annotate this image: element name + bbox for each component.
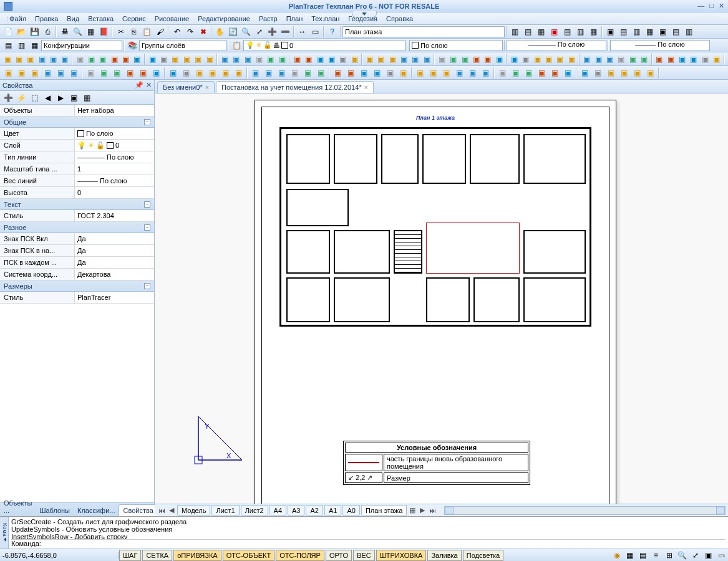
draw-tool-38[interactable]: ▣ <box>460 54 470 65</box>
draw-tool-10[interactable]: ▣ <box>120 54 130 65</box>
plan-tool-27[interactable]: ▣ <box>371 67 383 79</box>
status-Заливка[interactable]: Заливка <box>427 550 461 561</box>
menu-Справка[interactable]: Справка <box>382 14 417 24</box>
prop-ltype[interactable]: ———— По слою <box>75 153 154 161</box>
status-icon-3[interactable]: ▤ <box>637 550 649 561</box>
draw-tool-12[interactable]: ▣ <box>147 54 157 65</box>
plan-tool-42[interactable]: ▣ <box>579 67 591 79</box>
section-general[interactable]: Общие− <box>0 117 154 128</box>
status-icon-7[interactable]: ⤢ <box>689 550 701 561</box>
plan-tool-14[interactable]: ▣ <box>193 67 205 79</box>
color-combo[interactable]: По слою <box>409 40 503 51</box>
plan-tool-21[interactable]: ▣ <box>289 67 301 79</box>
prop-color[interactable]: По слою <box>75 130 154 137</box>
plan-tool-17[interactable]: ▣ <box>233 67 245 79</box>
plan-tool-25[interactable]: ▣ <box>345 67 357 79</box>
layout-tab[interactable]: Лист2 <box>241 505 268 516</box>
draw-tool-40[interactable]: ▣ <box>483 54 493 65</box>
plan-tool-34[interactable]: ▣ <box>467 67 478 79</box>
draw-tool-11[interactable]: ▣ <box>132 54 142 65</box>
draw-tool-16[interactable]: ▣ <box>193 54 203 65</box>
draw-tool-46[interactable]: ▣ <box>555 54 565 65</box>
tp14-icon[interactable]: ▥ <box>683 26 695 37</box>
layout-tabs[interactable]: ⏮ ◀ МодельЛист1Лист2A4A3A2A1A0План этажа… <box>155 504 728 516</box>
delete-icon[interactable]: ✖ <box>197 26 209 37</box>
layout-tab[interactable]: A3 <box>288 505 304 516</box>
pfilt-icon[interactable]: ▦ <box>81 92 93 103</box>
draw-tool-43[interactable]: ▣ <box>521 54 531 65</box>
lg-icon[interactable]: 📚 <box>127 40 138 51</box>
draw-tool-58[interactable]: ▣ <box>700 54 710 65</box>
save-icon[interactable]: 💾 <box>29 26 41 37</box>
menu-План[interactable]: План <box>283 14 307 24</box>
pdf-icon[interactable]: 📕 <box>98 26 110 37</box>
tab-prev-icon[interactable]: ◀ <box>167 506 176 514</box>
status-оПРИВЯЗКА[interactable]: оПРИВЯЗКА <box>173 550 221 561</box>
undo-icon[interactable]: ↶ <box>171 26 183 37</box>
draw-tool-21[interactable]: ▣ <box>254 54 264 65</box>
draw-tool-37[interactable]: ▣ <box>449 54 459 65</box>
draw-tool-27[interactable]: ▣ <box>326 54 336 65</box>
draw-tool-4[interactable]: ▣ <box>48 54 58 65</box>
tp9-icon[interactable]: ▤ <box>618 26 629 37</box>
plan-tool-19[interactable]: ▣ <box>263 67 274 79</box>
status-ОТС-ОБЪЕКТ[interactable]: ОТС-ОБЪЕКТ <box>223 550 274 561</box>
tab-add-icon[interactable]: ▦ <box>408 506 417 514</box>
redo-icon[interactable]: ↷ <box>184 26 196 37</box>
plan-tool-6[interactable]: ▣ <box>85 67 97 79</box>
plan-tool-33[interactable]: ▣ <box>454 67 465 79</box>
h-scrollbar[interactable] <box>444 506 726 515</box>
draw-tool-41[interactable]: ▣ <box>494 54 504 65</box>
draw-tool-32[interactable]: ▣ <box>387 54 397 65</box>
tp3-icon[interactable]: ▦ <box>535 26 547 37</box>
draw-tool-31[interactable]: ▣ <box>376 54 386 65</box>
status-ВЕС[interactable]: ВЕС <box>353 550 375 561</box>
prop-layer[interactable]: 💡☀🔓0 <box>75 141 154 150</box>
draw-tool-7[interactable]: ▣ <box>86 54 96 65</box>
close-tab-icon[interactable]: × <box>205 84 209 91</box>
draw-tool-13[interactable]: ▣ <box>158 54 168 65</box>
draw-tool-23[interactable]: ▣ <box>277 54 287 65</box>
draw-tool-56[interactable]: ▣ <box>677 54 687 65</box>
draw-tool-51[interactable]: ▣ <box>616 54 626 65</box>
draw-tool-24[interactable]: ▣ <box>292 54 302 65</box>
draw-tool-45[interactable]: ▣ <box>543 54 553 65</box>
plan-tool-45[interactable]: ▣ <box>618 67 630 79</box>
document-tabs[interactable]: Без имени0*×Постановка на учет помещения… <box>155 80 728 94</box>
draw-tool-8[interactable]: ▣ <box>98 54 108 65</box>
tp12-icon[interactable]: ▣ <box>657 26 669 37</box>
doc-tab[interactable]: Без имени0*× <box>157 81 215 93</box>
layergroups-combo[interactable] <box>139 40 226 51</box>
draw-tool-55[interactable]: ▣ <box>666 54 676 65</box>
new-icon[interactable]: 📄 <box>2 26 14 37</box>
menu-Сервис[interactable]: Сервис <box>119 14 150 24</box>
draw-tool-48[interactable]: ▣ <box>582 54 592 65</box>
draw-tool-26[interactable]: ▣ <box>315 54 325 65</box>
tp10-icon[interactable]: ▥ <box>631 26 643 37</box>
prop-height[interactable]: 0 <box>75 189 154 196</box>
left-tab[interactable]: Классифи... <box>74 505 119 516</box>
panel-pin-icon[interactable]: 📌 <box>135 81 143 89</box>
draw-tool-20[interactable]: ▣ <box>243 54 253 65</box>
prop-coord-system[interactable]: Декартова <box>75 271 154 278</box>
status-ШАГ[interactable]: ШАГ <box>119 550 141 561</box>
draw-tool-0[interactable]: ▣ <box>2 54 12 65</box>
plan-tool-0[interactable]: ▣ <box>2 67 14 79</box>
zoomout-icon[interactable]: ➖ <box>279 26 291 37</box>
status-СЕТКА[interactable]: СЕТКА <box>142 550 172 561</box>
menu-Растр[interactable]: Растр <box>255 14 281 24</box>
plan-tool-4[interactable]: ▣ <box>55 67 67 79</box>
menu-Тех.план[interactable]: Тех.план <box>308 14 343 24</box>
draw-tool-36[interactable]: ▣ <box>437 54 447 65</box>
draw-tool-42[interactable]: ▣ <box>509 54 519 65</box>
layout-combo[interactable] <box>342 26 505 37</box>
prop-dimstyle[interactable]: PlanTracer <box>75 294 154 301</box>
draw-tool-44[interactable]: ▣ <box>532 54 542 65</box>
plan-tool-22[interactable]: ▣ <box>302 67 314 79</box>
ltype-combo[interactable]: ———— По слою <box>507 40 606 51</box>
plan-tool-7[interactable]: ▣ <box>98 67 110 79</box>
saveall-icon[interactable]: ⎙ <box>42 26 54 37</box>
maximize-button[interactable]: □ <box>709 2 714 10</box>
menu-Рисование[interactable]: Рисование <box>151 14 193 24</box>
draw-tool-52[interactable]: ▣ <box>628 54 638 65</box>
